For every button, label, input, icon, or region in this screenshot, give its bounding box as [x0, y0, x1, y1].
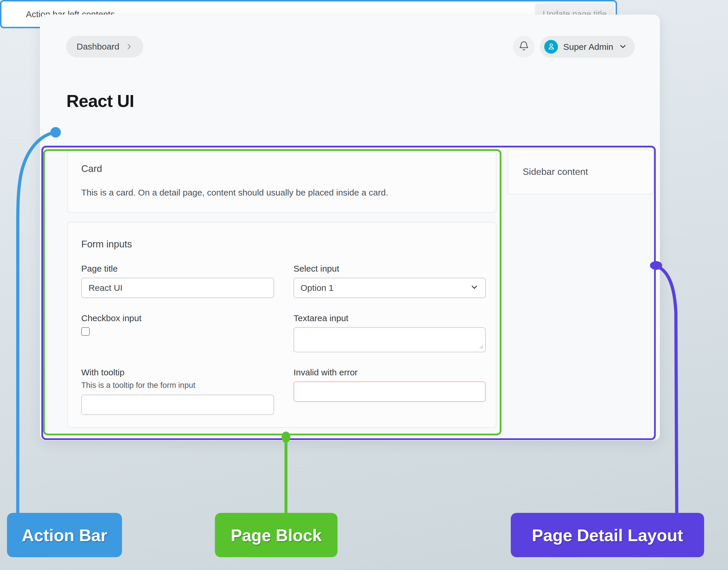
header-actions: Super Admin — [513, 36, 635, 58]
user-menu[interactable]: Super Admin — [540, 36, 635, 58]
user-name: Super Admin — [563, 42, 613, 52]
page-block-legend-label: Page Block — [215, 513, 337, 557]
page-block-annotation-rect — [43, 149, 502, 436]
avatar — [544, 40, 558, 54]
chevron-right-icon — [125, 43, 133, 50]
breadcrumb[interactable]: Dashboard — [66, 36, 143, 57]
action-bar-legend-label: Action Bar — [7, 513, 122, 557]
person-icon — [547, 42, 556, 52]
notifications-button[interactable] — [513, 36, 535, 58]
breadcrumb-item-dashboard[interactable]: Dashboard — [77, 42, 119, 52]
chevron-down-icon — [619, 42, 627, 52]
bell-icon — [518, 41, 529, 53]
page-title: React UI — [66, 91, 134, 111]
page-block-connector — [281, 432, 290, 514]
page-detail-layout-legend-label: Page Detail Layout — [511, 513, 704, 557]
